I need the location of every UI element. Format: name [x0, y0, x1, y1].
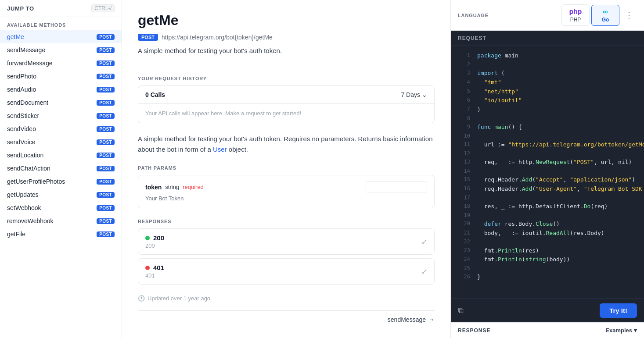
response-bar: RESPONSE Examples ▾ [451, 322, 644, 338]
sidebar-item-sendaudio[interactable]: sendAudioPOST [0, 83, 122, 96]
token-param-box: token string required Your Bot Token [138, 175, 435, 208]
method-badge: POST [97, 166, 115, 171]
sidebar-item-sendmessage[interactable]: sendMessagePOST [0, 43, 122, 57]
updated-text: Updated over 1 year ago [148, 295, 210, 302]
api-title: getMe [138, 12, 435, 28]
response-code-sub: 200 [145, 242, 164, 249]
language-bar: LANGUAGE php PHP ∞ Go ⋮ [451, 0, 644, 31]
request-history-title: YOUR REQUEST HISTORY [138, 76, 435, 81]
sidebar-item-sendvoice[interactable]: sendVoicePOST [0, 135, 122, 149]
sidebar-item-getfile[interactable]: getFilePOST [0, 228, 122, 241]
sidebar-item-getme[interactable]: getMePOST [0, 30, 122, 43]
method-name: sendAudio [7, 86, 36, 93]
try-it-button[interactable]: Try It! [600, 303, 637, 318]
method-name: sendChatAction [7, 165, 50, 172]
token-param-header: token string required [145, 181, 427, 192]
sidebar-item-sendchataction[interactable]: sendChatActionPOST [0, 162, 122, 175]
token-help: Your Bot Token [145, 195, 427, 202]
method-badge: POST [97, 74, 115, 79]
sidebar-item-getupdates[interactable]: getUpdatesPOST [0, 188, 122, 201]
examples-button[interactable]: Examples ▾ [605, 327, 637, 334]
response-dot [145, 236, 150, 240]
language-label: LANGUAGE [458, 13, 489, 18]
user-link[interactable]: User [213, 146, 227, 153]
method-badge: POST [97, 113, 115, 119]
token-type: string [165, 184, 179, 190]
response-item-200: 200 200 ⤢ [138, 228, 435, 255]
response-bar-label: RESPONSE [458, 327, 490, 334]
request-history-section: YOUR REQUEST HISTORY 0 Calls 7 Days ⌄ Yo… [138, 76, 435, 123]
response-left: 401 401 [145, 264, 164, 279]
code-block: 1package main 2 3import ( 4 "fmt" 5 "net… [451, 46, 644, 299]
next-label: sendMessage [388, 316, 426, 323]
lang-tab-php[interactable]: php PHP [561, 4, 590, 26]
method-name: sendVoice [7, 139, 36, 146]
expand-icon[interactable]: ⤢ [421, 238, 427, 246]
method-name: getMe [7, 33, 24, 40]
token-param-labels: token string required [145, 184, 204, 191]
jump-to-bar[interactable]: JUMP TO CTRL-/ [0, 0, 122, 17]
request-label: REQUEST [451, 31, 644, 46]
method-badge: POST [97, 126, 115, 132]
methods-list: getMePOSTsendMessagePOSTforwardMessagePO… [0, 30, 122, 338]
code-panel: REQUEST 1package main 2 3import ( 4 "fmt… [451, 31, 644, 322]
method-badge: POST [97, 218, 115, 224]
method-name: setWebhook [7, 204, 41, 211]
method-badge: POST [97, 205, 115, 211]
method-badge: POST [97, 34, 115, 40]
jump-to-shortcut: CTRL-/ [91, 4, 115, 12]
method-badge: POST [97, 47, 115, 53]
days-selector[interactable]: 7 Days ⌄ [401, 91, 427, 98]
response-item-401: 401 401 ⤢ [138, 258, 435, 285]
lang-tab-go[interactable]: ∞ Go [591, 5, 619, 26]
method-badge: POST [97, 231, 115, 237]
language-tabs: php PHP ∞ Go ⋮ [561, 4, 637, 26]
sidebar-item-setwebhook[interactable]: setWebhookPOST [0, 201, 122, 214]
response-code-main: 200 [153, 234, 164, 242]
sidebar-item-sendphoto[interactable]: sendPhotoPOST [0, 70, 122, 83]
method-name: getUserProfilePhotos [7, 178, 65, 185]
method-badge: POST [97, 139, 115, 145]
days-chevron: ⌄ [422, 91, 427, 98]
sidebar-item-sendvideo[interactable]: sendVideoPOST [0, 122, 122, 135]
sidebar: JUMP TO CTRL-/ AVAILABLE METHODS getMePO… [0, 0, 122, 338]
api-description: A simple method for testing your bot's a… [138, 47, 435, 65]
code-footer: ⧉ Try It! [451, 299, 644, 322]
sidebar-item-sendsticker[interactable]: sendStickerPOST [0, 109, 122, 122]
sidebar-item-removewebhook[interactable]: removeWebhookPOST [0, 214, 122, 228]
method-name: removeWebhook [7, 217, 54, 224]
method-name: getUpdates [7, 191, 39, 198]
php-icon: php [569, 7, 582, 16]
long-description: A simple method for testing your bot's a… [138, 134, 435, 155]
next-link[interactable]: sendMessage → [388, 316, 435, 323]
right-panel: LANGUAGE php PHP ∞ Go ⋮ REQUEST 1package… [451, 0, 644, 338]
updated-section: 🕐 Updated over 1 year ago [138, 295, 435, 302]
method-badge: POST [97, 192, 115, 198]
calls-count: 0 Calls [145, 91, 165, 98]
method-name: sendDocument [7, 99, 48, 106]
main-content: getMe POST https://api.telegram.org/bot{… [122, 0, 451, 338]
response-code-main: 401 [153, 264, 164, 271]
method-name: sendPhoto [7, 73, 36, 80]
token-required: required [183, 184, 204, 190]
token-input[interactable] [366, 181, 427, 192]
next-arrow: → [428, 316, 435, 323]
path-params-title: PATH PARAMS [138, 165, 435, 171]
history-placeholder: Your API calls will appear here. Make a … [138, 104, 434, 123]
sidebar-item-sendlocation[interactable]: sendLocationPOST [0, 149, 122, 162]
sidebar-item-senddocument[interactable]: sendDocumentPOST [0, 96, 122, 109]
expand-icon[interactable]: ⤢ [421, 267, 427, 276]
copy-button[interactable]: ⧉ [458, 306, 464, 315]
clock-icon: 🕐 [138, 295, 145, 302]
method-badge: POST [97, 87, 115, 93]
history-box: 0 Calls 7 Days ⌄ Your API calls will app… [138, 85, 435, 123]
method-badge: POST [97, 153, 115, 158]
sidebar-item-forwardmessage[interactable]: forwardMessagePOST [0, 57, 122, 70]
sidebar-item-getuserprofilephotos[interactable]: getUserProfilePhotosPOST [0, 175, 122, 188]
method-name: getFile [7, 231, 25, 238]
php-label: PHP [570, 17, 581, 23]
lang-more-button[interactable]: ⋮ [621, 10, 637, 21]
response-dot [145, 266, 150, 270]
examples-chevron: ▾ [634, 327, 637, 334]
days-label: 7 Days [401, 91, 420, 98]
